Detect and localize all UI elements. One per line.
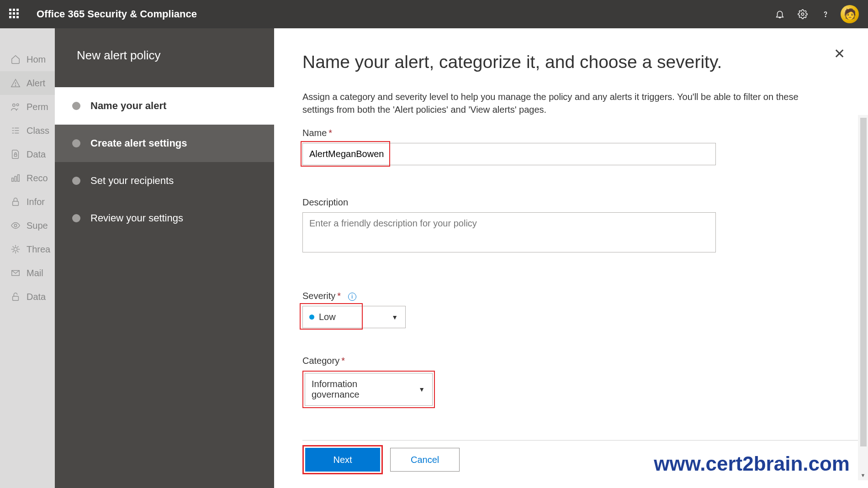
records-icon (10, 173, 21, 184)
step-dot-icon (72, 139, 80, 147)
nav-item-information[interactable]: Infor (0, 190, 55, 214)
svg-point-0 (801, 13, 804, 16)
nav-item-supervision[interactable]: Supe (0, 214, 55, 237)
scroll-down-icon[interactable]: ▼ (858, 470, 868, 480)
svg-rect-14 (15, 176, 16, 181)
cancel-button[interactable]: Cancel (390, 448, 460, 472)
nav-label: Supe (26, 220, 48, 231)
nav-item-data-privacy[interactable]: Data (0, 285, 55, 309)
svg-rect-15 (18, 175, 20, 182)
category-value: Information governance (312, 379, 405, 400)
highlight-box: Next (302, 445, 383, 474)
svg-point-1 (825, 16, 826, 16)
svg-rect-12 (14, 154, 17, 157)
privacy-icon (10, 291, 21, 302)
left-navigation: Hom Alert Perm Class Data Reco Infor Su (0, 28, 55, 488)
nav-item-data-loss[interactable]: Data (0, 142, 55, 166)
svg-rect-27 (13, 296, 19, 300)
nav-item-threat[interactable]: Threa (0, 237, 55, 261)
nav-label: Perm (26, 102, 48, 112)
category-dropdown[interactable]: Information governance ▼ (305, 373, 433, 406)
content-panel: ✕ Name your alert, categorize it, and ch… (274, 28, 868, 488)
user-avatar[interactable]: 🧑 (841, 5, 859, 23)
page-heading: Name your alert, categorize it, and choo… (302, 49, 841, 72)
chevron-down-icon: ▼ (384, 314, 405, 321)
scrollbar-thumb[interactable] (860, 118, 867, 446)
wizard-step-create-settings[interactable]: Create alert settings (55, 125, 274, 162)
step-label: Set your recipients (90, 175, 174, 187)
next-button[interactable]: Next (305, 448, 380, 472)
nav-item-mail[interactable]: Mail (0, 261, 55, 285)
svg-line-24 (17, 251, 19, 252)
permissions-icon (10, 101, 21, 112)
chevron-down-icon: ▼ (411, 386, 432, 393)
nav-label: Alert (26, 78, 45, 89)
description-label: Description (302, 197, 841, 208)
footer-actions: Next Cancel (302, 445, 460, 474)
close-icon[interactable]: ✕ (829, 41, 850, 66)
svg-rect-13 (12, 178, 14, 181)
severity-label: Severity* i (302, 291, 841, 301)
severity-value: Low (319, 312, 336, 322)
watermark-text: www.cert2brain.com (654, 452, 850, 475)
svg-point-18 (14, 247, 17, 251)
nav-item-alerts[interactable]: Alert (0, 71, 55, 95)
category-label: Category* (302, 356, 841, 366)
name-label: Name* (302, 128, 841, 138)
name-input[interactable] (302, 143, 716, 165)
svg-line-25 (13, 251, 14, 252)
data-loss-icon (10, 149, 21, 160)
svg-rect-16 (13, 201, 19, 205)
svg-point-17 (14, 224, 17, 227)
svg-point-5 (16, 104, 19, 106)
nav-item-classifications[interactable]: Class (0, 119, 55, 142)
page-subtext: Assign a category and severity level to … (302, 90, 828, 116)
app-launcher-icon[interactable] (9, 9, 20, 20)
step-label: Name your alert (90, 100, 166, 112)
home-icon (10, 54, 21, 65)
nav-label: Data (26, 292, 46, 302)
nav-item-home[interactable]: Hom (0, 47, 55, 71)
notifications-icon[interactable] (768, 3, 791, 26)
classification-icon (10, 125, 21, 136)
nav-label: Threa (26, 244, 50, 255)
nav-label: Data (26, 149, 46, 160)
wizard-step-name-alert[interactable]: Name your alert (55, 87, 274, 125)
info-icon[interactable]: i (348, 293, 356, 301)
highlight-box: Information governance ▼ (302, 371, 435, 408)
nav-item-records[interactable]: Reco (0, 166, 55, 190)
mail-icon (10, 268, 21, 278)
alert-icon (10, 78, 21, 89)
svg-line-26 (17, 247, 19, 248)
settings-icon[interactable] (791, 3, 814, 26)
svg-point-3 (15, 85, 16, 86)
wizard-step-review-settings[interactable]: Review your settings (55, 199, 274, 237)
nav-label: Infor (26, 197, 45, 207)
wizard-steps-panel: New alert policy Name your alert Create … (55, 28, 274, 488)
step-label: Review your settings (90, 212, 183, 224)
lock-icon (10, 196, 21, 207)
severity-dropdown[interactable]: Low ▼ (302, 306, 406, 328)
threat-icon (10, 244, 21, 255)
step-dot-icon (72, 102, 80, 110)
step-dot-icon (72, 177, 80, 185)
divider (302, 440, 858, 441)
step-dot-icon (72, 214, 80, 222)
nav-label: Hom (26, 54, 46, 65)
nav-item-permissions[interactable]: Perm (0, 95, 55, 119)
help-icon[interactable] (814, 3, 837, 26)
severity-dot-icon (309, 315, 314, 320)
eye-icon (10, 220, 21, 231)
description-input[interactable] (302, 212, 716, 252)
svg-point-4 (13, 104, 15, 107)
app-title: Office 365 Security & Compliance (37, 8, 197, 20)
nav-label: Class (26, 126, 49, 136)
wizard-step-set-recipients[interactable]: Set your recipients (55, 162, 274, 199)
nav-label: Mail (26, 268, 43, 278)
top-bar: Office 365 Security & Compliance 🧑 (0, 0, 868, 28)
wizard-title: New alert policy (55, 28, 274, 87)
step-label: Create alert settings (90, 137, 187, 149)
svg-line-23 (13, 247, 14, 248)
nav-label: Reco (26, 173, 48, 184)
